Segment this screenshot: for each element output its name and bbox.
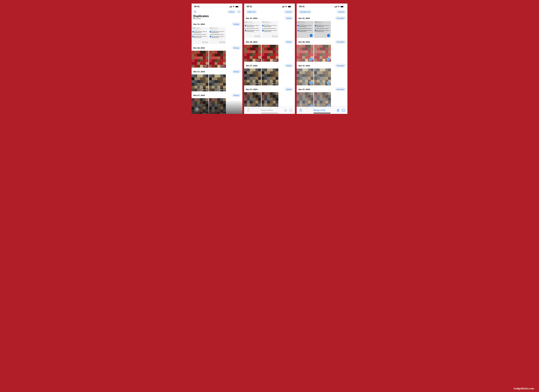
back-button[interactable] (193, 10, 197, 14)
trash-button[interactable] (336, 109, 340, 112)
svg-rect-24 (334, 7, 335, 7)
wifi-icon (337, 6, 340, 7)
thumbnail[interactable]: 2.5 MB (209, 51, 226, 68)
home-indicator (313, 113, 331, 113)
nav-right-pill[interactable]: Cancel (336, 10, 346, 14)
duplicate-group: Nov 27, 2024Select988 KB990 KB (244, 85, 295, 109)
thumbnail[interactable]: agradar | transitive verbIs this one to … (261, 21, 278, 38)
nav-left-pill[interactable]: Select All (246, 10, 257, 14)
svg-point-35 (344, 110, 344, 110)
thumbnail[interactable]: 482 KB (261, 68, 278, 85)
scroll-area[interactable]: Dec 31, 2024Deselectagradar | transitive… (297, 14, 347, 114)
thumbnail[interactable]: agradar | transitive verbIs this one to … (192, 27, 208, 44)
group-date: Nov 27, 2024 (246, 88, 257, 91)
group-action-button[interactable]: Deselect (335, 16, 346, 20)
svg-rect-25 (335, 6, 336, 7)
trash-button (284, 109, 287, 112)
share-button[interactable] (299, 109, 303, 112)
svg-point-33 (342, 110, 343, 110)
group-action-button[interactable]: Merge (232, 70, 241, 73)
thumbnail[interactable] (314, 68, 331, 85)
thumbnail[interactable]: 2.5 MB (261, 45, 278, 62)
duplicate-group: Dec 28, 2024Merge2.5 MB2.5 MB (192, 44, 242, 68)
status-time: 09:41 (247, 5, 252, 8)
battery-icon (340, 6, 344, 7)
thumbnail-size: 671 KB (255, 35, 260, 37)
svg-rect-26 (336, 6, 336, 7)
nav-right-pill[interactable]: Cancel (284, 10, 293, 14)
group-date: Nov 27, 2024 (298, 65, 310, 67)
nav-bar: Deselect AllCancel (297, 10, 347, 14)
thumbnail[interactable]: agradar | transitive verbIs this one to … (297, 21, 313, 38)
nav-left-pill[interactable]: Deselect All (298, 10, 312, 14)
thumbnail[interactable] (297, 45, 313, 62)
thumbnail[interactable] (297, 68, 313, 85)
svg-rect-11 (194, 18, 195, 19)
group-date: Dec 28, 2024 (193, 47, 205, 49)
svg-point-22 (291, 110, 291, 110)
thumbnail[interactable]: 482 KB (192, 74, 208, 91)
battery-icon (288, 6, 291, 7)
thumbnail-size: 482 KB (220, 89, 225, 91)
group-action-button[interactable]: Deselect (335, 40, 346, 44)
thumbnail[interactable]: 482 KB (244, 68, 261, 85)
thumbnail-size: 671 KB (220, 41, 225, 43)
status-time: 09:41 (194, 5, 200, 8)
nav-bar: Select AllCancel (244, 10, 295, 14)
group-date: Dec 28, 2024 (298, 41, 310, 43)
cellular-icon (229, 6, 232, 7)
group-action-button[interactable]: Select (284, 87, 293, 91)
group-action-button[interactable]: Merge (232, 93, 241, 97)
group-action-button[interactable]: Merge (232, 46, 241, 50)
wifi-icon (232, 6, 235, 7)
bottom-center-label[interactable]: Merge (219) (303, 109, 336, 112)
svg-rect-29 (341, 6, 343, 7)
group-action-button[interactable]: Select (284, 64, 293, 67)
share-button (246, 109, 250, 112)
thumbnail[interactable]: agradar | transitive verbIs this one to … (314, 21, 331, 38)
thumbnail[interactable]: 2.5 MB (192, 51, 208, 68)
group-action-button[interactable]: Select (284, 40, 293, 44)
svg-rect-30 (344, 6, 344, 7)
svg-point-34 (343, 110, 343, 110)
thumbnail[interactable]: 482 KB (209, 74, 226, 91)
thumbnail[interactable] (314, 45, 331, 62)
more-circle-button[interactable] (342, 109, 345, 112)
thumbnail-size: 2.5 MB (220, 65, 225, 67)
svg-rect-5 (236, 6, 238, 7)
sort-button[interactable] (195, 107, 200, 112)
group-date: Dec 31, 2024 (298, 17, 310, 19)
thumbnail-size: 671 KB (202, 41, 208, 43)
group-action-button[interactable]: Deselect (335, 64, 346, 67)
svg-rect-6 (239, 6, 239, 7)
svg-rect-3 (231, 6, 232, 7)
duplicate-group: Dec 31, 2024Selectagradar | transitive v… (244, 14, 295, 38)
group-action-button[interactable]: Merge (232, 22, 241, 26)
page-title: Duplicates (193, 14, 241, 18)
duplicate-group: Nov 27, 2024Deselect (297, 85, 347, 109)
svg-rect-15 (284, 6, 284, 7)
svg-rect-14 (283, 6, 284, 7)
svg-point-21 (290, 110, 290, 110)
group-action-button[interactable]: Deselect (335, 87, 346, 91)
thumbnail[interactable]: 990 KB (209, 98, 226, 114)
svg-rect-18 (291, 6, 291, 7)
scroll-area[interactable]: Dec 31, 2024Selectagradar | transitive v… (244, 14, 295, 114)
status-bar: 09:41 (192, 4, 242, 10)
group-action-button[interactable]: Select (284, 16, 293, 20)
duplicate-group: Nov 27, 2024Select482 KB482 KB (244, 62, 295, 85)
scroll-area[interactable]: Dec 31, 2024Mergeagradar | transitive ve… (192, 20, 242, 114)
thumbnail[interactable]: 2.5 MB (244, 45, 261, 62)
group-date: Dec 31, 2024 (246, 17, 257, 19)
page-header: Duplicates62 Items (192, 14, 242, 20)
thumbnail[interactable]: agradar | transitive verbIs this one to … (209, 27, 226, 44)
more-circle-button (289, 109, 293, 112)
thumbnail[interactable]: agradar | transitive verbIs this one to … (244, 21, 261, 38)
selected-check-icon (309, 81, 313, 85)
group-date: Nov 27, 2024 (193, 94, 205, 96)
more-button[interactable] (237, 10, 241, 14)
nav-right-pill[interactable]: Select (227, 10, 236, 14)
selected-check-icon (327, 57, 330, 61)
thumbnail[interactable]: 988 KB (192, 98, 208, 114)
selected-check-icon (327, 81, 330, 85)
